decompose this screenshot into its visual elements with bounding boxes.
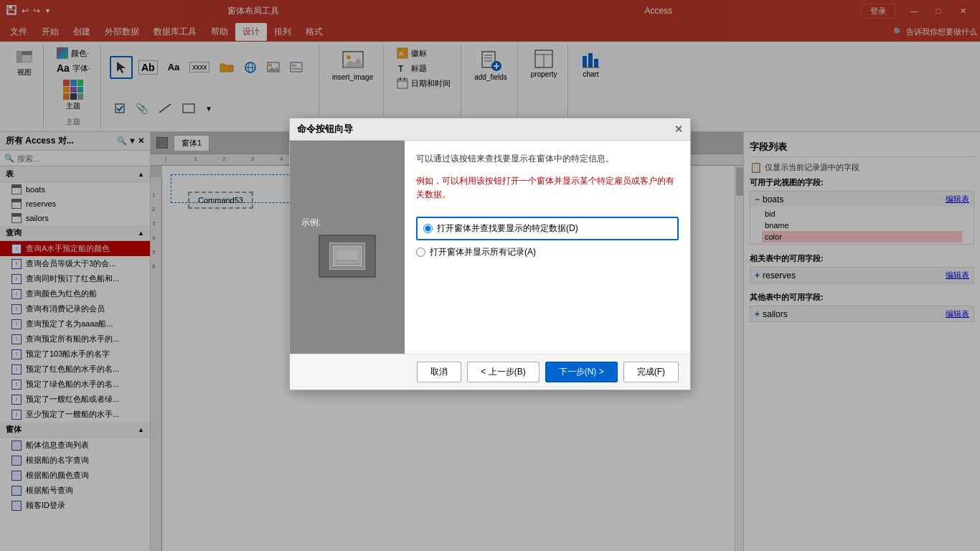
radio-specific[interactable] <box>423 224 433 233</box>
radio-all-label: 打开窗体并显示所有记录(A) <box>430 246 536 258</box>
radio-specific-label: 打开窗体并查找要显示的特定数据(D) <box>437 222 578 235</box>
dialog-example: 例如，可以利用该按钮打开一个窗体并显示某个特定雇员或客户的有关数据。 <box>416 174 679 202</box>
finish-button[interactable]: 完成(F) <box>623 362 679 382</box>
radio-item-all[interactable]: 打开窗体并显示所有记录(A) <box>416 246 679 258</box>
dialog-title-bar: 命令按钮向导 ✕ <box>290 118 690 141</box>
cancel-button[interactable]: 取消 <box>417 362 461 382</box>
dialog-close-button[interactable]: ✕ <box>674 123 683 135</box>
dialog-right-content: 可以通过该按钮来查找要显示在窗体中的特定信息。 例如，可以利用该按钮打开一个窗体… <box>405 141 690 354</box>
dialog-example-highlight: 例如，可以利用该按钮打开一个窗体并显示某个特定雇员或客户的有关数据。 <box>416 176 674 199</box>
dialog-footer: 取消 < 上一步(B) 下一步(N) > 完成(F) <box>290 354 690 390</box>
dialog-preview-area: 示例: <box>290 141 405 354</box>
preview-btn-inner <box>329 242 365 270</box>
back-button[interactable]: < 上一步(B) <box>467 362 539 382</box>
radio-item-specific[interactable]: 打开窗体并查找要显示的特定数据(D) <box>416 217 679 240</box>
svg-rect-44 <box>336 250 358 260</box>
dialog-overlay: 命令按钮向导 ✕ 示例: <box>0 0 980 551</box>
command-button-wizard-dialog: 命令按钮向导 ✕ 示例: <box>289 118 691 390</box>
radio-all[interactable] <box>416 248 425 257</box>
dialog-body: 示例: 可以通过该按钮来查找要显示在窗体中的特定信 <box>290 141 690 354</box>
dialog-preview-label: 示例: <box>301 217 321 229</box>
next-button[interactable]: 下一步(N) > <box>545 362 618 382</box>
preview-screen <box>333 246 362 266</box>
dialog-preview-button <box>319 235 376 278</box>
dialog-radio-group: 打开窗体并查找要显示的特定数据(D) 打开窗体并显示所有记录(A) <box>416 217 679 258</box>
dialog-title: 命令按钮向导 <box>297 123 353 136</box>
dialog-description: 可以通过该按钮来查找要显示在窗体中的特定信息。 <box>416 152 679 166</box>
